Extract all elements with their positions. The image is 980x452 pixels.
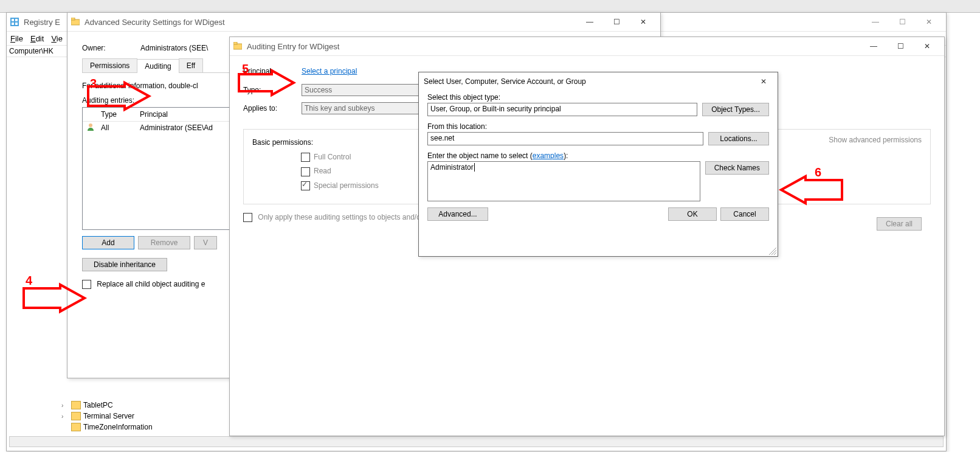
regedit-menu-file[interactable]: File: [7, 34, 27, 43]
onlyapply-checkbox[interactable]: [243, 213, 252, 222]
applies-combo[interactable]: This key and subkeys: [302, 102, 429, 114]
arrow-3-icon: [85, 83, 152, 111]
regedit-menu-view[interactable]: Vie: [47, 34, 66, 43]
objtype-field[interactable]: User, Group, or Built-in security princi…: [427, 103, 697, 116]
objtype-label: Select this object type:: [427, 93, 769, 102]
perm-special-label: Special permissions: [314, 181, 379, 190]
type-combo[interactable]: Success: [302, 84, 429, 96]
svg-rect-1: [12, 19, 14, 21]
replace-label: Replace all child object auditing e: [97, 280, 205, 288]
show-advanced-link[interactable]: Show advanced permissions: [829, 136, 922, 144]
advsec-title: Advanced Security Settings for WDigest: [85, 18, 576, 27]
resize-grip-icon[interactable]: [769, 248, 776, 255]
advsec-max-button[interactable]: ☐: [603, 13, 630, 31]
object-types-button[interactable]: Object Types...: [702, 103, 769, 116]
tree-label: TimeZoneInformation: [83, 423, 153, 431]
arrow-4-icon: [21, 285, 88, 313]
tree-item-timezone[interactable]: TimeZoneInformation: [7, 422, 238, 433]
objectname-textarea[interactable]: Administrator: [427, 161, 700, 201]
regedit-path-text: Computer\HK: [9, 47, 53, 55]
seldlg-body: Select this object type: User, Group, or…: [419, 91, 778, 227]
select-principal-link[interactable]: Select a principal: [302, 67, 357, 75]
disable-inheritance-button[interactable]: Disable inheritance: [82, 258, 167, 271]
advsec-min-button[interactable]: —: [576, 13, 603, 31]
perm-full-checkbox[interactable]: [301, 153, 310, 162]
regedit-hscrollbar[interactable]: [9, 436, 944, 447]
location-field[interactable]: see.net: [427, 132, 703, 145]
check-names-button[interactable]: Check Names: [705, 161, 769, 175]
svg-rect-9: [233, 42, 237, 44]
applies-label: Applies to:: [243, 104, 302, 113]
cancel-button[interactable]: Cancel: [720, 207, 769, 221]
svg-rect-3: [12, 23, 14, 25]
ok-button[interactable]: OK: [668, 207, 717, 221]
regedit-icon: [10, 18, 19, 26]
location-label: From this location:: [427, 122, 769, 131]
owner-value: Administrators (SEE\: [140, 44, 208, 52]
audentry-max-button[interactable]: ☐: [887, 37, 914, 55]
locations-button[interactable]: Locations...: [708, 132, 769, 145]
perm-full-label: Full Control: [314, 153, 351, 161]
owner-label: Owner:: [82, 44, 140, 52]
arrow-5-icon: [236, 71, 297, 97]
regedit-tree[interactable]: ›TabletPC ›Terminal Server TimeZoneInfor…: [7, 400, 238, 433]
folder-icon: [71, 18, 80, 26]
advsec-close-button[interactable]: ✕: [630, 13, 657, 31]
tree-label: Terminal Server: [83, 412, 134, 420]
view-button[interactable]: V: [194, 236, 217, 249]
col-type[interactable]: Type: [98, 110, 137, 119]
tree-item-terminal[interactable]: ›Terminal Server: [7, 411, 238, 422]
tree-label: TabletPC: [83, 401, 113, 409]
tab-permissions[interactable]: Permissions: [82, 58, 137, 72]
perm-read-checkbox[interactable]: [301, 167, 310, 176]
seldlg-close-button[interactable]: ✕: [754, 72, 773, 91]
svg-rect-2: [15, 19, 18, 21]
select-dialog: Select User, Computer, Service Account, …: [418, 72, 778, 257]
folder-icon: [233, 42, 242, 50]
tree-item-tabletpc[interactable]: ›TabletPC: [7, 400, 238, 411]
remove-button[interactable]: Remove: [138, 236, 190, 249]
tab-auditing[interactable]: Auditing: [137, 59, 179, 73]
svg-rect-6: [71, 18, 75, 20]
row-type: All: [98, 123, 137, 132]
seldlg-title: Select User, Computer, Service Account, …: [424, 77, 589, 86]
tab-effective[interactable]: Eff: [179, 58, 203, 72]
svg-point-7: [89, 123, 92, 127]
clearall-button[interactable]: Clear all: [877, 217, 922, 231]
audentry-titlebar: Auditing Entry for WDigest — ☐ ✕: [230, 37, 944, 56]
perm-special-checkbox[interactable]: [301, 181, 310, 190]
advsec-titlebar: Advanced Security Settings for WDigest —…: [67, 13, 660, 32]
arrow-6-icon: [778, 176, 845, 205]
audentry-close-button[interactable]: ✕: [914, 37, 940, 55]
regedit-max-button[interactable]: ☐: [889, 13, 916, 31]
add-button[interactable]: Add: [82, 236, 134, 249]
advanced-button[interactable]: Advanced...: [427, 207, 488, 221]
objectname-value: Administrator: [430, 163, 474, 172]
user-icon: [83, 123, 98, 133]
perm-read-label: Read: [314, 167, 331, 175]
background-strip: [0, 0, 980, 13]
regedit-menu-edit[interactable]: Edit: [27, 34, 47, 43]
audentry-title: Auditing Entry for WDigest: [247, 42, 860, 51]
regedit-min-button[interactable]: —: [862, 13, 889, 31]
audentry-min-button[interactable]: —: [860, 37, 887, 55]
objectname-label: Enter the object name to select (example…: [427, 151, 769, 160]
examples-link[interactable]: examples: [533, 151, 564, 160]
svg-rect-4: [15, 23, 18, 25]
regedit-close-button[interactable]: ✕: [916, 13, 942, 31]
